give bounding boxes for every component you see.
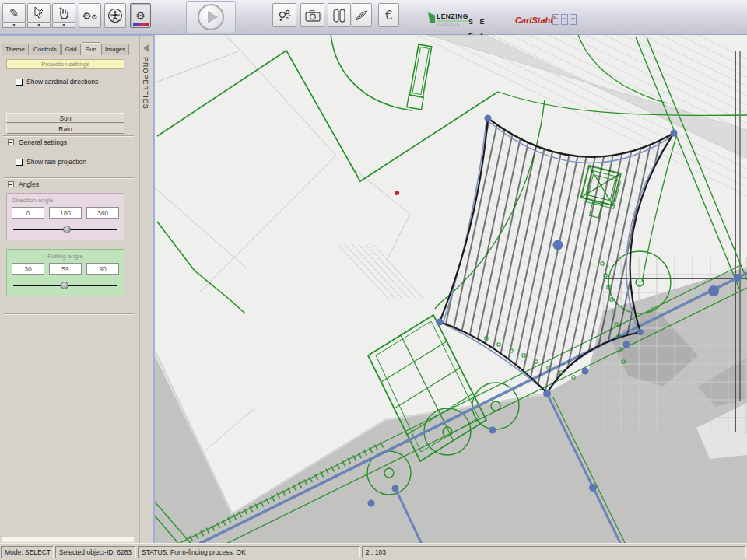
falling-angle-panel: Falling angle [6, 249, 124, 296]
pencil-icon: ✎ [9, 7, 19, 19]
tab-sun[interactable]: Sun [82, 42, 100, 55]
origin-marker [395, 191, 399, 195]
select-button[interactable] [27, 3, 51, 23]
falling-min-field[interactable] [12, 263, 44, 275]
properties-strip-label: PROPERTIES [142, 57, 149, 110]
euro-icon: € [385, 9, 392, 22]
collapse-chevron-icon[interactable] [143, 44, 149, 52]
view-finder-button[interactable] [328, 3, 351, 27]
sidebar-tabs: Theme Controls Grid Sun Images [2, 44, 130, 56]
angles-header[interactable]: Angles [8, 180, 39, 188]
direction-slider-thumb[interactable] [63, 226, 71, 233]
general-settings-header[interactable]: General settings [8, 138, 67, 146]
tab-grid[interactable]: Grid [61, 44, 81, 55]
sun-button[interactable]: Sun [6, 113, 124, 123]
show-cardinal-checkbox[interactable] [16, 79, 23, 86]
direction-min-field[interactable] [12, 207, 44, 219]
small-gears-icon [278, 9, 292, 23]
direction-angle-panel: Direction angle [6, 193, 124, 240]
play-button[interactable] [198, 4, 224, 30]
color-scale-strip [133, 23, 149, 26]
play-icon [208, 11, 218, 23]
lenzing-mark-icon [428, 12, 435, 23]
status-selected-object: Selected object-ID: 6283 [55, 546, 136, 558]
cursor-icon [33, 7, 44, 19]
select-dropdown[interactable]: ▼ [27, 23, 51, 28]
hand-icon [58, 7, 69, 19]
falling-angle-label: Falling angle [12, 253, 119, 260]
gears-icon: ⚙⚙ [82, 11, 98, 21]
collapse-icon[interactable] [8, 181, 14, 187]
falling-slider-thumb[interactable] [61, 282, 68, 289]
tab-images[interactable]: Images [101, 44, 129, 55]
camera-icon [305, 9, 321, 22]
pan-button[interactable] [52, 3, 75, 23]
divider [3, 313, 134, 315]
status-mode: Mode: SELECT [1, 546, 54, 558]
pan-dropdown[interactable]: ▼ [52, 23, 75, 28]
lenzing-text: LENZING [437, 12, 468, 20]
divider [3, 177, 134, 179]
play-panel [186, 1, 236, 33]
show-rain-row: Show rain projection [16, 158, 86, 166]
feather-icon [355, 9, 369, 22]
rain-button[interactable]: Rain [6, 124, 124, 134]
collapse-icon[interactable] [8, 139, 14, 145]
show-rain-checkbox[interactable] [16, 159, 23, 166]
falling-angle-slider[interactable] [12, 282, 119, 289]
cad-viewport[interactable] [153, 35, 747, 543]
lenzing-subtext: PLASTICS [437, 20, 468, 26]
status-scale: 2 : 103 [362, 546, 746, 558]
binoculars-icon [333, 9, 345, 23]
annotate-button[interactable] [352, 3, 372, 27]
application-window: ✎ ▼ ▼ ▼ ⚙⚙ ⚙ [0, 0, 747, 560]
pricing-button[interactable]: € [378, 3, 399, 27]
sail-center-node [553, 240, 563, 250]
direction-angle-slider[interactable] [12, 226, 119, 233]
draw-button[interactable]: ✎ [2, 3, 26, 23]
direction-current-field[interactable] [49, 207, 82, 219]
sidebar-scroll-strip[interactable] [2, 537, 134, 542]
pole-structure [407, 44, 433, 110]
human-model-button[interactable] [104, 3, 126, 28]
divider [3, 135, 134, 137]
falling-max-field[interactable] [86, 263, 119, 275]
building-outlines [153, 35, 424, 455]
lenzing-logo: LENZING PLASTICS [428, 12, 468, 26]
batch-process-button[interactable] [272, 3, 296, 27]
status-bar: Mode: SELECT Selected object-ID: 6283 ST… [0, 543, 747, 560]
tab-controls[interactable]: Controls [30, 44, 61, 55]
tab-theme[interactable]: Theme [2, 44, 29, 55]
status-process: STATUS: Form-finding process: OK [138, 546, 360, 558]
snapshot-button[interactable] [300, 3, 324, 27]
direction-max-field[interactable] [86, 207, 119, 219]
settings-sidebar: Theme Controls Grid Sun Images Projectio… [0, 35, 140, 543]
main-toolbar: ✎ ▼ ▼ ▼ ⚙⚙ ⚙ [0, 0, 747, 35]
toolbar-group-highlight [249, 2, 350, 2]
vitruvian-man-icon [107, 8, 123, 23]
projection-settings-button[interactable]: Projection settings [6, 59, 124, 69]
show-cardinal-row: Show cardinal directions [16, 78, 98, 86]
emblem-logo [552, 14, 577, 25]
gear-icon: ⚙ [135, 10, 146, 21]
show-rain-label: Show rain projection [26, 158, 86, 166]
draw-dropdown[interactable]: ▼ [2, 23, 26, 28]
falling-current-field[interactable] [49, 263, 82, 275]
render-settings-button[interactable]: ⚙ [130, 3, 151, 28]
properties-strip[interactable]: PROPERTIES [140, 35, 153, 543]
show-cardinal-label: Show cardinal directions [26, 78, 98, 86]
mechanism-button[interactable]: ⚙⚙ [79, 3, 101, 28]
carlstahl-logo: CarlStahl® [515, 16, 556, 25]
canvas-left-edge [153, 35, 155, 543]
direction-angle-label: Direction angle [12, 197, 119, 204]
